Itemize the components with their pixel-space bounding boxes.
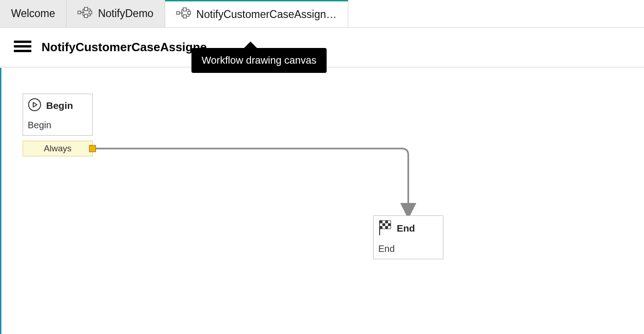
tab-welcome[interactable]: Welcome bbox=[0, 0, 66, 27]
workflow-icon bbox=[176, 7, 191, 21]
svg-rect-21 bbox=[188, 12, 191, 14]
hamburger-menu[interactable] bbox=[14, 40, 31, 55]
node-subtitle: End bbox=[374, 241, 443, 259]
tab-label: NotifyCustomerCaseAssign… bbox=[197, 8, 337, 21]
branch-label: Always bbox=[44, 143, 72, 154]
svg-rect-11 bbox=[177, 12, 179, 14]
node-title: End bbox=[397, 223, 415, 234]
page-title: NotifyCustomerCaseAssigne bbox=[42, 40, 207, 54]
tab-label: Welcome bbox=[11, 7, 55, 20]
play-icon bbox=[28, 98, 42, 113]
tab-notifycustomercaseassign[interactable]: NotifyCustomerCaseAssign… bbox=[165, 0, 348, 27]
svg-rect-31 bbox=[388, 223, 391, 226]
svg-rect-2 bbox=[84, 7, 88, 11]
svg-rect-24 bbox=[14, 50, 31, 52]
node-begin[interactable]: Begin Begin bbox=[23, 94, 93, 136]
tooltip-text: Workflow drawing canvas bbox=[202, 54, 316, 66]
tab-label: NotifyDemo bbox=[98, 7, 153, 20]
tooltip: Workflow drawing canvas bbox=[191, 48, 327, 73]
svg-rect-23 bbox=[14, 45, 31, 48]
svg-rect-3 bbox=[84, 14, 88, 18]
node-end[interactable]: End End bbox=[373, 215, 443, 259]
svg-rect-30 bbox=[382, 223, 385, 226]
svg-rect-0 bbox=[78, 11, 81, 14]
output-port[interactable] bbox=[89, 145, 96, 152]
svg-rect-13 bbox=[183, 8, 186, 11]
tab-notifydemo[interactable]: NotifyDemo bbox=[66, 0, 165, 27]
svg-rect-28 bbox=[380, 221, 382, 223]
svg-rect-10 bbox=[89, 11, 92, 14]
node-subtitle: Begin bbox=[23, 117, 92, 135]
checkered-flag-icon bbox=[378, 220, 392, 237]
svg-point-25 bbox=[29, 99, 41, 111]
svg-rect-32 bbox=[380, 226, 382, 229]
branch-always[interactable]: Always bbox=[23, 141, 93, 156]
svg-rect-14 bbox=[183, 15, 186, 18]
workflow-icon bbox=[78, 7, 92, 21]
svg-rect-33 bbox=[385, 226, 388, 229]
svg-rect-22 bbox=[14, 41, 31, 43]
node-header: Begin bbox=[23, 94, 92, 117]
workflow-canvas[interactable]: Begin Begin Always bbox=[0, 68, 644, 334]
tab-bar: Welcome NotifyDemo bbox=[0, 0, 644, 28]
node-title: Begin bbox=[46, 100, 73, 111]
connector-line bbox=[1, 68, 644, 334]
node-header: End bbox=[374, 216, 443, 241]
svg-rect-29 bbox=[385, 221, 388, 223]
